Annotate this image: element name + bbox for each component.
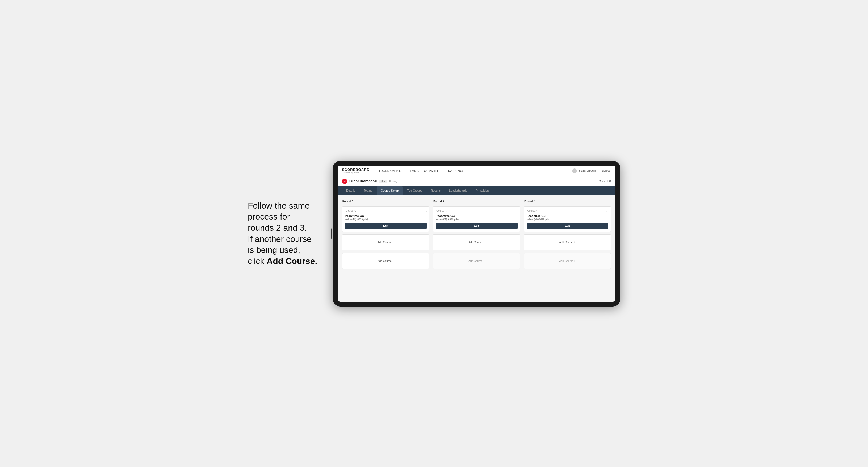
cancel-button[interactable]: Cancel ✕ xyxy=(599,179,611,183)
round-2-header: Round 2 xyxy=(433,199,520,203)
sign-out-link[interactable]: Sign out xyxy=(601,169,611,172)
tablet-device: SCOREBOARD Powered by clippd TOURNAMENTS… xyxy=(333,161,620,307)
cancel-icon: ✕ xyxy=(609,179,611,183)
round-3-course-card: (Course A) ○ Peachtree GC Yellow (M) (66… xyxy=(524,207,611,232)
cancel-label: Cancel xyxy=(599,180,608,183)
round-3-course-name: Peachtree GC xyxy=(527,214,608,217)
user-email: blair@clippd.io xyxy=(579,169,597,172)
tab-details[interactable]: Details xyxy=(342,186,360,195)
instruction-line4: If another course xyxy=(248,234,312,244)
round-1-course-tee: Yellow (M) (6629 yds) xyxy=(345,218,427,221)
round-2-course-label: (Course A) xyxy=(436,210,447,212)
tab-results[interactable]: Results xyxy=(427,186,445,195)
round-2-course-name: Peachtree GC xyxy=(436,214,517,217)
round-3-course-label: (Course A) xyxy=(527,210,538,212)
tablet-side-button xyxy=(331,228,332,239)
tournament-info: C Clippd Invitational Men Hosting xyxy=(342,179,397,184)
round-3-add-course-2: Add Course + xyxy=(524,253,611,269)
instruction-line3: rounds 2 and 3. xyxy=(248,223,307,232)
tournament-name: Clippd Invitational xyxy=(349,179,377,183)
card-header-row: (Course A) ○ xyxy=(345,210,427,213)
round-1-add-course-2[interactable]: Add Course + xyxy=(342,253,430,269)
round-2-edit-button[interactable]: Edit xyxy=(436,223,517,229)
logo-scoreboard: SCOREBOARD xyxy=(342,168,370,172)
tab-printables[interactable]: Printables xyxy=(471,186,493,195)
round-1-course-label: (Course A) xyxy=(345,210,356,212)
instruction-line6-prefix: click xyxy=(248,256,267,266)
user-avatar xyxy=(572,168,577,173)
round-1-add-course-2-text: Add Course + xyxy=(378,259,394,262)
tab-bar: Details Teams Course Setup Tee Groups Re… xyxy=(338,186,616,195)
round-1-header: Round 1 xyxy=(342,199,430,203)
round-1-delete-icon[interactable]: ○ xyxy=(425,210,427,213)
tab-leaderboards[interactable]: Leaderboards xyxy=(445,186,471,195)
round-2-course-tee: Yellow (M) (6629 yds) xyxy=(436,218,517,221)
tab-course-setup[interactable]: Course Setup xyxy=(376,186,403,195)
nav-tournaments[interactable]: TOURNAMENTS xyxy=(379,169,403,173)
tab-teams[interactable]: Teams xyxy=(360,186,376,195)
round-2-add-course-1-text: Add Course + xyxy=(468,241,485,244)
round-1-column: Round 1 (Course A) ○ Peachtree GC Yellow… xyxy=(342,199,430,269)
round-3-course-tee: Yellow (M) (6629 yds) xyxy=(527,218,608,221)
round-3-add-course-2-text: Add Course + xyxy=(559,259,576,262)
instruction-line5: is being used, xyxy=(248,245,300,255)
round-3-edit-button[interactable]: Edit xyxy=(527,223,608,229)
nav-separator: | xyxy=(599,169,599,172)
round-2-add-course-1[interactable]: Add Course + xyxy=(433,235,520,250)
instruction-line2: process for xyxy=(248,212,290,221)
round-3-delete-icon[interactable]: ○ xyxy=(607,210,608,213)
logo-area: SCOREBOARD Powered by clippd xyxy=(342,168,370,174)
round-1-course-card: (Course A) ○ Peachtree GC Yellow (M) (66… xyxy=(342,207,430,232)
nav-committee[interactable]: COMMITTEE xyxy=(424,169,443,173)
round-2-column: Round 2 (Course A) ○ Peachtree GC Yellow… xyxy=(433,199,520,269)
nav-teams[interactable]: TEAMS xyxy=(408,169,418,173)
clippd-icon: C xyxy=(342,179,347,184)
rounds-grid: Round 1 (Course A) ○ Peachtree GC Yellow… xyxy=(342,199,611,269)
round-1-add-course-1[interactable]: Add Course + xyxy=(342,235,430,250)
nav-rankings[interactable]: RANKINGS xyxy=(448,169,464,173)
round-3-column: Round 3 (Course A) ○ Peachtree GC Yellow… xyxy=(524,199,611,269)
sub-header: C Clippd Invitational Men Hosting Cancel… xyxy=(338,177,616,186)
round-1-edit-button[interactable]: Edit xyxy=(345,223,427,229)
nav-links: TOURNAMENTS TEAMS COMMITTEE RANKINGS xyxy=(379,169,566,173)
card-header-row-2: (Course A) ○ xyxy=(436,210,517,213)
tournament-type: Men xyxy=(379,180,387,183)
nav-user: blair@clippd.io | Sign out xyxy=(572,168,611,173)
round-1-course-name: Peachtree GC xyxy=(345,214,427,217)
round-2-delete-icon[interactable]: ○ xyxy=(516,210,517,213)
round-2-course-card: (Course A) ○ Peachtree GC Yellow (M) (66… xyxy=(433,207,520,232)
instruction-line1: Follow the same xyxy=(248,201,310,211)
round-3-add-course-1-text: Add Course + xyxy=(559,241,576,244)
top-nav: SCOREBOARD Powered by clippd TOURNAMENTS… xyxy=(338,165,616,177)
tablet-screen: SCOREBOARD Powered by clippd TOURNAMENTS… xyxy=(338,165,616,302)
round-2-add-course-2-text: Add Course + xyxy=(468,259,485,262)
hosting-badge: Hosting xyxy=(389,180,398,183)
main-content: Round 1 (Course A) ○ Peachtree GC Yellow… xyxy=(338,195,616,302)
logo-sub: Powered by clippd xyxy=(342,172,370,174)
round-3-add-course-1[interactable]: Add Course + xyxy=(524,235,611,250)
page-wrapper: Follow the same process for rounds 2 and… xyxy=(248,161,620,307)
round-1-add-course-1-text: Add Course + xyxy=(378,241,394,244)
round-2-add-course-2: Add Course + xyxy=(433,253,520,269)
round-3-header: Round 3 xyxy=(524,199,611,203)
card-header-row-3: (Course A) ○ xyxy=(527,210,608,213)
instruction-text: Follow the same process for rounds 2 and… xyxy=(248,200,322,267)
tab-tee-groups[interactable]: Tee Groups xyxy=(403,186,427,195)
instruction-line6-bold: Add Course. xyxy=(267,256,317,266)
